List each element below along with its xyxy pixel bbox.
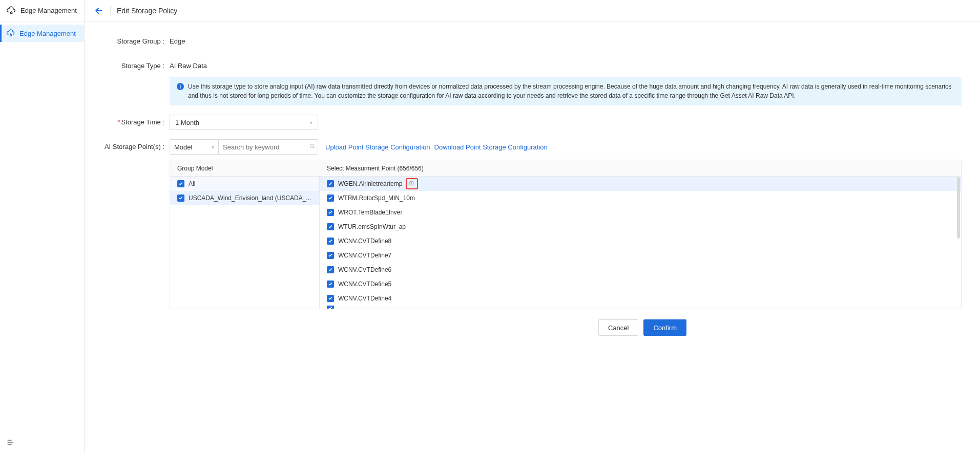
info-icon: i [177,83,184,90]
clock-icon [408,180,415,187]
measure-label: WCNV.CVTDefine7 [338,252,391,259]
model-select[interactable]: Model ▾ [170,139,219,155]
checkbox[interactable] [327,238,334,245]
measure-label: WCNV.CVTDefine8 [338,238,391,245]
value-storage-type: AI Raw Data [170,58,962,74]
checkbox[interactable] [327,266,334,273]
edge-management-icon [6,29,15,38]
row-ai-storage-points: AI Storage Point(s) : Model ▾ [103,139,962,336]
app-logo-icon [6,6,16,16]
points-body: All USCADA_Wind_Envision_land (USCADA_..… [170,177,961,309]
sidebar-title: Edge Management [20,7,77,14]
sidebar-header: Edge Management [0,0,84,21]
points-table: Group Model Select Measurment Point (656… [170,160,962,309]
row-storage-type: Storage Type : AI Raw Data i Use this st… [103,58,962,105]
page-title: Edit Storage Policy [117,7,177,15]
sidebar-footer [0,433,84,453]
measure-label: WCNV.CVTDefine6 [338,266,391,273]
measure-row[interactable]: WTUR.emsSpInWtur_ap [320,220,961,234]
measure-row[interactable]: WCNV.CVTDefine8 [320,234,961,248]
sidebar-menu: Edge Management [0,21,84,433]
info-text: Use this storage type to store analog in… [188,82,954,100]
measure-row-partial[interactable] [320,306,961,309]
points-toolbar: Model ▾ Upload Point Storage Configurati… [170,139,962,155]
group-label: USCADA_Wind_Envision_land (USCADA_... [189,195,311,202]
measure-row[interactable]: WCNV.CVTDefine5 [320,277,961,291]
group-label: All [189,180,195,187]
info-banner: i Use this storage type to store analog … [170,77,962,105]
svg-point-0 [10,12,12,14]
measure-row[interactable]: WGEN.Airinletreartemp [320,177,961,191]
checkbox[interactable] [327,223,334,230]
search-icon [309,143,316,151]
main: Edit Storage Policy Storage Group : Edge… [85,0,980,453]
collapse-icon[interactable] [6,440,14,448]
checkbox[interactable] [327,281,334,288]
measure-label: WCNV.CVTDefine5 [338,281,391,288]
points-header: Group Model Select Measurment Point (656… [170,160,961,177]
footer-actions: Cancel Confirm [170,319,962,336]
checkbox[interactable] [327,195,334,202]
measure-list[interactable]: WGEN.Airinletreartemp WTRM [320,177,961,309]
clock-highlight[interactable] [406,178,418,189]
storage-time-select[interactable]: 1 Month ▾ [170,115,318,130]
measure-row[interactable]: WCNV.CVTDefine6 [320,263,961,277]
chevron-down-icon: ▾ [310,120,312,125]
svg-point-2 [310,144,314,148]
storage-time-value: 1 Month [175,119,199,126]
sidebar-item-label: Edge Management [19,30,76,37]
confirm-button[interactable]: Confirm [643,319,686,336]
group-row-uscada[interactable]: USCADA_Wind_Envision_land (USCADA_... [170,191,319,205]
upload-config-link[interactable]: Upload Point Storage Configuration [325,143,430,151]
label-ai-storage-points: AI Storage Point(s) : [103,139,170,155]
measure-row[interactable]: WTRM.RotorSpd_MIN_10m [320,191,961,205]
content: Storage Group : Edge Storage Type : AI R… [85,21,980,349]
checkbox[interactable] [327,295,334,302]
checkbox[interactable] [327,306,334,309]
search-input[interactable] [223,143,309,151]
topbar: Edit Storage Policy [85,0,980,21]
cancel-button[interactable]: Cancel [598,319,638,336]
checkbox[interactable] [177,195,184,202]
checkbox[interactable] [327,252,334,259]
measure-label: WTRM.RotorSpd_MIN_10m [338,195,415,202]
measure-row[interactable]: WCNV.CVTDefine4 [320,291,961,306]
group-row-all[interactable]: All [170,177,319,191]
group-header: Group Model [170,165,320,172]
checkbox[interactable] [327,209,334,216]
scrollbar-thumb[interactable] [957,177,960,239]
topbar-divider [110,6,111,15]
label-storage-time: *Storage Time : [103,115,170,130]
checkbox[interactable] [327,180,334,187]
value-storage-group: Edge [170,34,962,49]
row-storage-group: Storage Group : Edge [103,34,962,49]
measure-label: WTUR.emsSpInWtur_ap [338,223,406,230]
label-storage-type: Storage Type : [103,58,170,74]
search-input-wrap[interactable] [219,139,318,155]
group-list: All USCADA_Wind_Envision_land (USCADA_..… [170,177,320,309]
back-arrow-icon[interactable] [94,6,104,16]
sidebar-item-edge-management[interactable]: Edge Management [0,25,84,42]
measure-header: Select Measurment Point (656/656) [320,165,961,172]
measure-row[interactable]: WROT.TemBlade1Inver [320,205,961,220]
measure-label: WCNV.CVTDefine4 [338,295,391,302]
measure-label: WROT.TemBlade1Inver [338,209,402,216]
measure-label: WGEN.Airinletreartemp [338,180,402,187]
label-storage-group: Storage Group : [103,34,170,49]
checkbox[interactable] [177,180,184,187]
sidebar: Edge Management Edge Management [0,0,85,453]
download-config-link[interactable]: Download Point Storage Configuration [434,143,548,151]
model-select-value: Model [174,143,192,151]
svg-point-1 [10,34,11,36]
chevron-down-icon: ▾ [212,144,214,150]
row-storage-time: *Storage Time : 1 Month ▾ [103,115,962,130]
measure-row[interactable]: WCNV.CVTDefine7 [320,248,961,263]
